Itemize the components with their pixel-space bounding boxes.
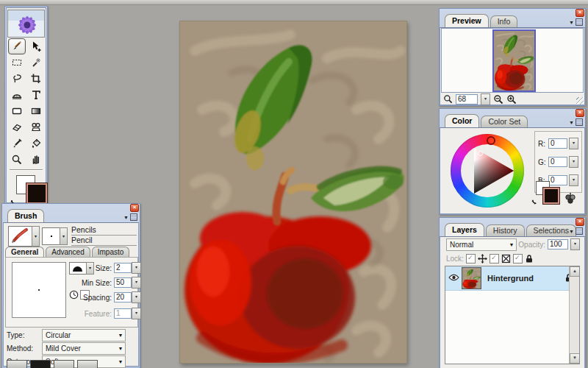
window-title-strip	[0, 0, 588, 5]
lasso-tool[interactable]	[8, 71, 26, 87]
zoom-in-icon[interactable]	[506, 94, 517, 105]
panel-menu-button[interactable]	[123, 213, 137, 221]
brush-icon	[11, 40, 23, 52]
blend-mode-value: Normal	[447, 241, 507, 249]
painting-canvas[interactable]	[179, 21, 407, 364]
brush-preset-dropdown[interactable]	[32, 226, 40, 247]
swap-colors-icon[interactable]	[531, 197, 539, 205]
lock-position-checkbox[interactable]	[466, 254, 476, 263]
min-size-label: Min Size:	[79, 279, 112, 287]
zoom-tool[interactable]	[8, 152, 26, 168]
clone-tool[interactable]	[27, 119, 45, 135]
tab-history[interactable]: History	[486, 224, 525, 236]
magic-wand-tool[interactable]	[27, 54, 45, 71]
hue-ring[interactable]	[451, 134, 524, 208]
tab-color-set[interactable]: Color Set	[481, 116, 528, 127]
min-size-spinner[interactable]	[132, 277, 141, 289]
blend-mode-combo[interactable]: Normal	[446, 238, 517, 251]
tab-color[interactable]: Color	[445, 114, 479, 127]
tab-general[interactable]: General	[5, 247, 44, 258]
text-tool[interactable]	[27, 87, 45, 103]
panel-menu-button[interactable]	[569, 118, 583, 126]
size-spinner[interactable]	[132, 262, 141, 274]
opacity-spinner[interactable]	[570, 238, 580, 250]
hue-marker-icon[interactable]	[487, 136, 495, 145]
fill-tool[interactable]	[27, 135, 45, 152]
chevron-down-icon	[116, 346, 125, 351]
method-label: Method:	[7, 344, 42, 353]
saturation-triangle[interactable]	[451, 134, 524, 208]
tab-info[interactable]: Info	[490, 15, 518, 27]
clone-stamp-icon	[30, 121, 42, 133]
visibility-toggle[interactable]	[445, 274, 462, 283]
layer-name: Hintergrund	[487, 274, 564, 283]
rect-select-icon	[11, 57, 23, 68]
red-spinner[interactable]	[569, 138, 578, 149]
eraser-tool[interactable]	[8, 119, 26, 135]
layer-list-scrollbar[interactable]	[569, 266, 579, 364]
method-value: Mild Cover	[43, 344, 116, 353]
brush-stroke-thumbnail	[9, 227, 31, 244]
type-combo[interactable]: Circular	[42, 329, 126, 342]
hand-tool[interactable]	[27, 152, 45, 168]
min-size-field[interactable]: 50	[114, 277, 132, 288]
brush-variant-dropdown[interactable]	[60, 227, 68, 245]
dome-grid-tool[interactable]	[8, 87, 26, 103]
gradient-tool[interactable]	[27, 103, 45, 119]
background-color-swatch[interactable]	[543, 188, 559, 204]
menu-list-icon	[576, 227, 583, 235]
zoom-out-icon[interactable]	[493, 94, 503, 105]
tab-preview[interactable]: Preview	[445, 14, 489, 27]
move-cursor-icon	[30, 40, 42, 52]
color-wheel[interactable]	[451, 134, 524, 208]
background-color-swatch[interactable]	[26, 183, 47, 204]
tab-layers[interactable]: Layers	[445, 223, 484, 236]
crop-tool[interactable]	[27, 71, 45, 87]
color-swatch-area	[531, 180, 583, 212]
spacing-field[interactable]: 20	[114, 292, 132, 302]
brush-preset-family[interactable]: Pencils	[71, 225, 137, 236]
panel-menu-button[interactable]	[569, 18, 583, 26]
brush-variant-button[interactable]	[42, 227, 61, 245]
padlock-icon	[525, 254, 534, 263]
green-spinner[interactable]	[569, 156, 578, 168]
tab-brush[interactable]: Brush	[7, 209, 44, 222]
zoom-percentage-field[interactable]: 68	[456, 94, 478, 105]
brush-preset-name[interactable]: Pencil	[71, 236, 137, 246]
lock-all-checkbox[interactable]	[513, 254, 523, 263]
move-tool[interactable]	[27, 38, 45, 54]
zoom-spinner[interactable]	[481, 93, 490, 105]
eraser-icon	[11, 121, 23, 133]
brush-preset-button[interactable]	[8, 226, 33, 247]
toolbox-flower-image	[7, 10, 45, 38]
brush-tool[interactable]	[8, 38, 26, 54]
preview-panel: Preview Info 68	[439, 8, 586, 106]
magnifier-icon	[11, 154, 23, 166]
tab-impasto[interactable]: Impasto	[92, 247, 130, 258]
red-field[interactable]: 0	[548, 138, 567, 149]
color-set-icon[interactable]	[564, 191, 577, 206]
brush-tip-preview	[12, 262, 66, 318]
rect-select-tool[interactable]	[8, 54, 26, 71]
chevron-down-icon	[116, 333, 125, 338]
artweaver-window: Brush Pencils Pencil General Advance	[0, 0, 588, 368]
layer-row[interactable]: Hintergrund	[445, 266, 579, 291]
tab-advanced[interactable]: Advanced	[46, 247, 90, 258]
pixel-lock-icon	[501, 254, 511, 263]
shape-tool[interactable]	[8, 103, 26, 119]
scroll-up-icon[interactable]	[570, 266, 580, 277]
spacing-spinner[interactable]	[132, 291, 141, 303]
triangle-marker-icon[interactable]	[478, 151, 483, 156]
green-field[interactable]: 0	[548, 157, 567, 167]
lock-pixels-checkbox[interactable]	[490, 254, 499, 263]
resize-grip[interactable]	[576, 97, 584, 105]
panel-menu-button[interactable]	[569, 227, 583, 235]
eyedropper-tool[interactable]	[8, 135, 26, 152]
paint-bucket-icon	[30, 138, 42, 149]
method-combo[interactable]: Mild Cover	[42, 342, 126, 355]
size-field[interactable]: 2	[114, 263, 132, 273]
menu-list-icon	[576, 18, 583, 26]
size-label: Size:	[79, 264, 112, 272]
scroll-down-icon[interactable]	[570, 353, 580, 364]
opacity-field[interactable]: 100	[548, 239, 568, 250]
